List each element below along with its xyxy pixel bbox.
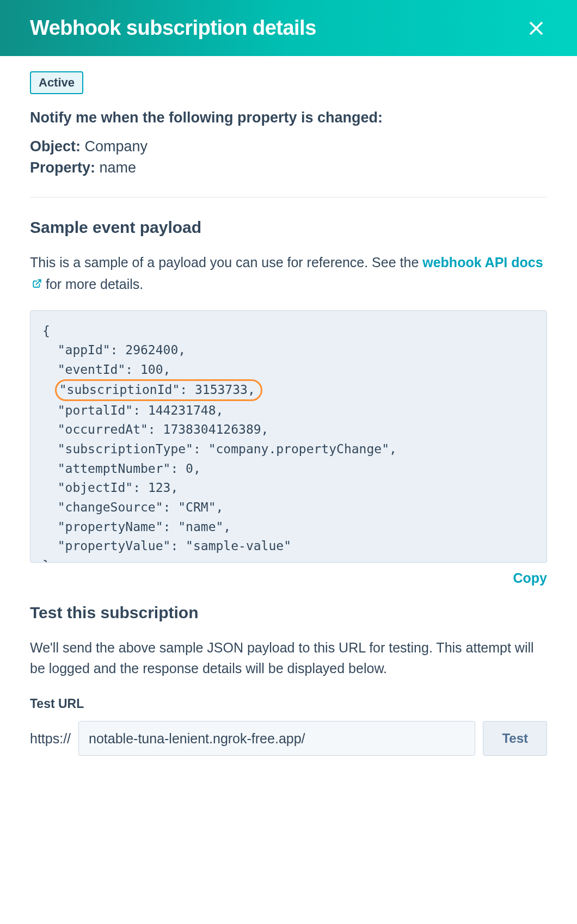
close-button[interactable] [525,17,547,39]
modal-content: Active Notify me when the following prop… [0,56,577,778]
payload-occurredAt: 1738304126389 [163,422,261,436]
sample-desc-suffix: for more details. [46,276,143,292]
test-url-row: https:// Test [30,721,547,756]
notify-heading: Notify me when the following property is… [30,109,547,126]
copy-button[interactable]: Copy [513,570,548,586]
payload-attemptNumber: 0 [186,461,193,476]
close-icon [528,20,544,36]
property-line: Property: name [30,159,547,176]
payload-pre: { "appId": 2962400, "eventId": 100, "sub… [42,322,535,563]
svg-line-2 [36,280,41,284]
modal-title: Webhook subscription details [30,16,316,40]
payload-propertyName: name [186,520,216,534]
payload-subscriptionType: company.propertyChange [216,442,382,456]
modal-header: Webhook subscription details [0,0,577,56]
test-url-input[interactable] [78,721,475,756]
status-badge: Active [30,71,83,94]
payload-portalId: 144231748 [148,403,216,417]
payload-propertyValue: sample-value [193,539,284,553]
payload-appId: 2962400 [125,343,178,357]
test-button[interactable]: Test [483,721,547,756]
object-line: Object: Company [30,138,547,155]
external-link-icon [32,273,42,294]
payload-objectId: 123 [148,481,171,495]
payload-eventId: 100 [140,362,163,377]
test-title: Test this subscription [30,603,547,622]
payload-code-block: { "appId": 2962400, "eventId": 100, "sub… [30,310,547,563]
sample-desc-prefix: This is a sample of a payload you can us… [30,255,422,270]
sample-description: This is a sample of a payload you can us… [30,252,547,295]
link-text: webhook API docs [422,255,543,270]
test-url-label: Test URL [30,697,547,711]
property-value: name [100,159,137,176]
sample-title: Sample event payload [30,218,547,237]
highlighted-subscription-id: "subscriptionId": 3153733, [55,379,262,401]
object-value: Company [85,138,148,155]
url-prefix: https:// [30,731,71,747]
object-label: Object: [30,138,81,155]
property-label: Property: [30,159,95,176]
copy-bar: Copy [30,570,547,586]
test-description: We'll send the above sample JSON payload… [30,637,547,680]
payload-subscriptionId: 3153733 [195,383,248,397]
divider [30,197,547,198]
payload-changeSource: CRM [186,500,208,514]
